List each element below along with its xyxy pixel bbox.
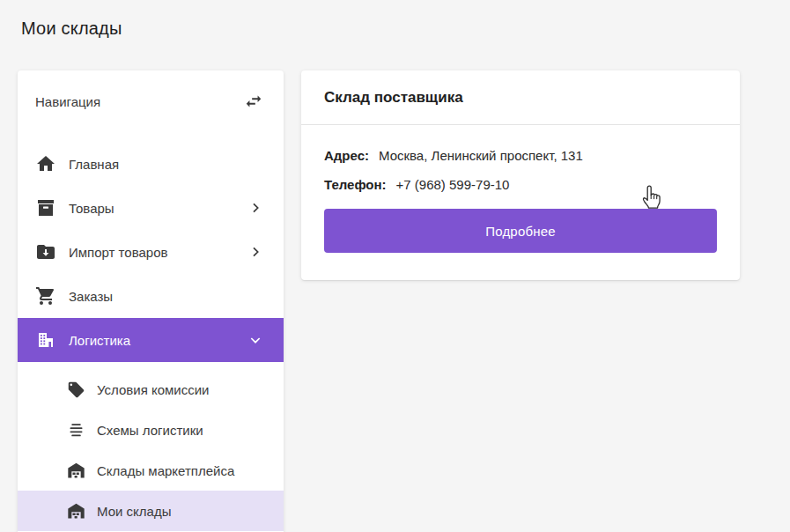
sidebar-item-label: Логистика: [69, 333, 245, 348]
sidebar-subitem-marketplace-warehouses[interactable]: Склады маркетплейса: [18, 450, 284, 491]
sidebar-item-label: Товары: [69, 201, 245, 216]
address-label: Адрес:: [324, 147, 369, 165]
address-field: Адрес: Москва, Ленинский проспект, 131: [324, 147, 717, 165]
home-icon: [35, 153, 56, 174]
sidebar-subitem-commission-terms[interactable]: Условия комиссии: [18, 369, 284, 410]
chevron-right-icon: [245, 241, 266, 262]
nav-list: Главная Товары Импорт товаров: [18, 142, 284, 531]
sidebar-subitem-label: Схемы логистики: [97, 423, 203, 438]
lines-list-icon: [66, 420, 85, 440]
cart-icon: [35, 285, 56, 307]
chevron-down-icon: [245, 329, 266, 351]
sidebar-subitem-label: Склады маркетплейса: [97, 463, 234, 478]
details-button[interactable]: Подробнее: [324, 209, 717, 253]
sidebar-item-logistics[interactable]: Логистика: [18, 318, 284, 362]
nav-header: Навигация: [18, 70, 284, 132]
city-buildings-icon: [35, 329, 56, 351]
warehouse-icon: [66, 461, 85, 480]
card-body: Адрес: Москва, Ленинский проспект, 131 Т…: [301, 125, 740, 275]
nav-header-label: Навигация: [35, 94, 100, 109]
swap-horizontal-icon[interactable]: [243, 91, 264, 112]
sidebar-item-orders[interactable]: Заказы: [18, 274, 284, 318]
tag-icon: [66, 380, 85, 399]
sidebar-navigation: Навигация Главная Товары: [18, 70, 284, 532]
sidebar-item-label: Импорт товаров: [69, 245, 245, 260]
chevron-right-icon: [245, 197, 266, 218]
logistics-sub-list: Условия комиссии Схемы логистики: [18, 362, 284, 531]
sidebar-item-import-products[interactable]: Импорт товаров: [18, 230, 284, 274]
sidebar-subitem-my-warehouses[interactable]: Мои склады: [18, 491, 284, 531]
supplier-warehouse-card: Склад поставщика Адрес: Москва, Ленински…: [301, 70, 740, 280]
page-title: Мои склады: [21, 18, 122, 39]
phone-value: +7 (968) 599-79-10: [396, 176, 510, 194]
address-value: Москва, Ленинский проспект, 131: [379, 147, 583, 165]
sidebar-subitem-label: Мои склады: [97, 504, 171, 519]
card-header: Склад поставщика: [301, 70, 740, 125]
folder-download-icon: [35, 241, 56, 262]
sidebar-item-label: Главная: [69, 157, 266, 172]
card-title: Склад поставщика: [324, 89, 463, 107]
phone-field: Телефон: +7 (968) 599-79-10: [324, 176, 717, 194]
sidebar-item-home[interactable]: Главная: [18, 142, 284, 186]
warehouse-icon: [66, 501, 85, 521]
sidebar-subitem-logistics-schemes[interactable]: Схемы логистики: [18, 410, 284, 450]
sidebar-subitem-label: Условия комиссии: [97, 382, 209, 397]
sidebar-item-products[interactable]: Товары: [18, 186, 284, 230]
archive-box-icon: [35, 197, 56, 218]
phone-label: Телефон:: [324, 176, 387, 194]
sidebar-item-label: Заказы: [69, 289, 266, 304]
